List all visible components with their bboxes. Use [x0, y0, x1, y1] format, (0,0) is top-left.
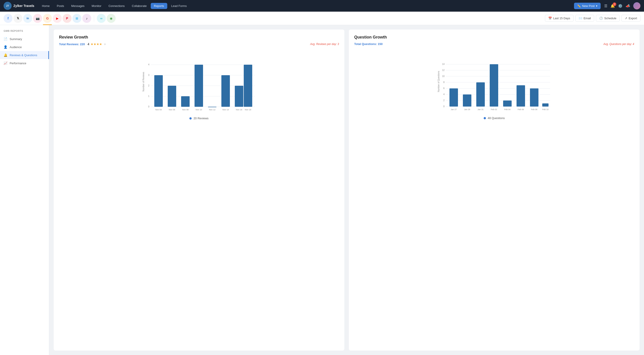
settings-icon[interactable]: ⚙️: [618, 4, 622, 8]
nav-monitor[interactable]: Monitor: [88, 3, 104, 9]
svg-text:Nov 14: Nov 14: [222, 109, 229, 111]
schedule-button[interactable]: 🕐 Schedule: [596, 15, 620, 22]
top-nav: ZT Zylker Travels Home Posts Messages Mo…: [0, 0, 644, 12]
bar-feb08: [530, 88, 538, 107]
review-legend: 20 Reviews: [59, 117, 339, 120]
social-twitter-x[interactable]: 𝕏: [14, 14, 22, 23]
brand-logo: ZT: [4, 2, 12, 10]
svg-text:Feb 02: Feb 02: [491, 108, 497, 111]
question-legend-dot: [484, 117, 486, 119]
question-avg-label: Avg. Questions per day: 4: [603, 43, 634, 46]
export-button[interactable]: ↗ Export: [622, 15, 640, 22]
social-instagram[interactable]: 📷: [33, 14, 42, 23]
brand: ZT Zylker Travels: [4, 2, 34, 10]
svg-text:Nov 18: Nov 18: [245, 109, 251, 111]
svg-text:10: 10: [442, 75, 445, 78]
svg-text:Nov 16: Nov 16: [236, 109, 242, 111]
svg-text:4: 4: [443, 93, 444, 96]
svg-text:Feb 04: Feb 04: [504, 108, 510, 111]
export-icon: ↗: [625, 17, 627, 20]
dropdown-arrow-icon: ▾: [596, 4, 598, 8]
audience-icon: 👤: [4, 45, 8, 49]
email-icon: ✉️: [579, 17, 582, 20]
bar-nov06: [168, 86, 176, 107]
nav-reports[interactable]: Reports: [151, 3, 167, 9]
bar-nov08: [181, 96, 190, 107]
svg-text:Jan 31: Jan 31: [478, 108, 484, 111]
bar-feb02: [490, 64, 498, 107]
svg-text:Number of Reviews: Number of Reviews: [142, 72, 145, 91]
sidebar-item-performance[interactable]: 📈 Performance: [0, 59, 49, 67]
svg-text:Jan 27: Jan 27: [450, 108, 456, 111]
svg-text:2: 2: [148, 84, 149, 87]
menu-icon[interactable]: ☰: [604, 4, 607, 8]
social-pinterest[interactable]: P: [62, 14, 72, 23]
bar-nov04: [154, 75, 163, 107]
new-post-button[interactable]: ✏️ New Post ▾: [574, 3, 600, 9]
notification-icon[interactable]: 🔔 2: [610, 4, 615, 8]
sidebar: GMB REPORTS 📄 Summary 👤 Audience 🔔 Revie…: [0, 25, 49, 355]
svg-text:Nov 04: Nov 04: [156, 109, 162, 111]
sidebar-item-summary[interactable]: 📄 Summary: [0, 35, 49, 43]
question-chart-title: Question Growth: [354, 35, 634, 40]
bar-jan29: [463, 95, 471, 107]
nav-collaborate[interactable]: Collaborate: [129, 3, 150, 9]
review-legend-dot: [190, 117, 192, 120]
review-rating: 4 ★★★★★: [88, 42, 106, 46]
svg-text:3: 3: [148, 74, 149, 76]
svg-text:Number of Questions: Number of Questions: [438, 71, 440, 92]
bar-feb04: [503, 101, 512, 107]
social-divider: [94, 15, 94, 22]
svg-text:6: 6: [443, 87, 444, 90]
email-button[interactable]: ✉️ Email: [575, 15, 594, 22]
social-facebook[interactable]: f: [4, 14, 12, 23]
question-total-label: Total Questions: 150: [354, 42, 382, 46]
question-chart-svg: Number of Questions 0 2 4 6 8 10 12 14: [354, 50, 634, 113]
review-total-label: Total Reviews: 220: [59, 43, 85, 46]
review-avg-label: Avg. Reviews per day: 3: [310, 43, 339, 46]
nav-posts[interactable]: Posts: [54, 3, 67, 9]
nav-icons: ☰ 🔔 2 ⚙️ 📣: [604, 2, 640, 10]
social-linkedin[interactable]: in: [23, 14, 32, 23]
svg-text:0: 0: [443, 105, 444, 108]
avatar[interactable]: [633, 2, 640, 10]
nav-home[interactable]: Home: [39, 3, 53, 9]
brand-name: Zylker Travels: [14, 4, 34, 8]
bar-nov10: [194, 65, 203, 107]
calendar-icon: 📅: [548, 17, 552, 20]
svg-text:8: 8: [443, 81, 444, 84]
svg-text:Feb 08: Feb 08: [531, 108, 537, 111]
nav-messages[interactable]: Messages: [68, 3, 88, 9]
toolbar-actions: 📅 Last 15 Days ✉️ Email 🕐 Schedule ↗ Exp…: [545, 15, 640, 22]
main-layout: GMB REPORTS 📄 Summary 👤 Audience 🔔 Revie…: [0, 25, 644, 355]
nav-connections[interactable]: Connections: [105, 3, 128, 9]
nav-lead-forms[interactable]: Lead Forms: [168, 3, 190, 9]
review-chart-meta: Total Reviews: 220 4 ★★★★★ Avg. Reviews …: [59, 42, 339, 46]
bar-nov16: [235, 86, 243, 107]
svg-text:14: 14: [442, 63, 445, 65]
date-range-button[interactable]: 📅 Last 15 Days: [545, 15, 574, 22]
summary-icon: 📄: [4, 37, 8, 41]
social-tiktok[interactable]: ♪: [82, 14, 91, 23]
megaphone-icon[interactable]: 📣: [626, 4, 630, 8]
svg-text:Feb 06: Feb 06: [518, 108, 524, 111]
svg-text:Feb 10: Feb 10: [542, 108, 548, 111]
sidebar-item-audience[interactable]: 👤 Audience: [0, 43, 49, 51]
edit-icon: ✏️: [577, 4, 581, 8]
svg-text:1: 1: [148, 95, 149, 97]
svg-text:Nov 12: Nov 12: [209, 109, 216, 111]
social-extra2[interactable]: ◉: [107, 14, 116, 23]
notification-badge: 2: [613, 3, 616, 6]
sidebar-item-reviews-questions[interactable]: 🔔 Reviews & Questions: [0, 51, 49, 59]
question-legend-label: 48 Questions: [488, 116, 505, 120]
social-microsoft[interactable]: ⊞: [72, 14, 82, 23]
review-chart-area: Number of Reviews 0 1 2 3 4 N: [59, 50, 339, 113]
bar-nov18: [244, 65, 252, 107]
social-youtube[interactable]: ▶: [53, 14, 62, 23]
social-google[interactable]: G: [43, 14, 52, 23]
svg-text:Jan 29: Jan 29: [464, 108, 470, 111]
bar-nov12: [208, 107, 216, 107]
social-extra1[interactable]: ∞: [97, 14, 106, 23]
bar-nov14: [222, 75, 230, 107]
review-chart-title: Review Growth: [59, 35, 339, 40]
